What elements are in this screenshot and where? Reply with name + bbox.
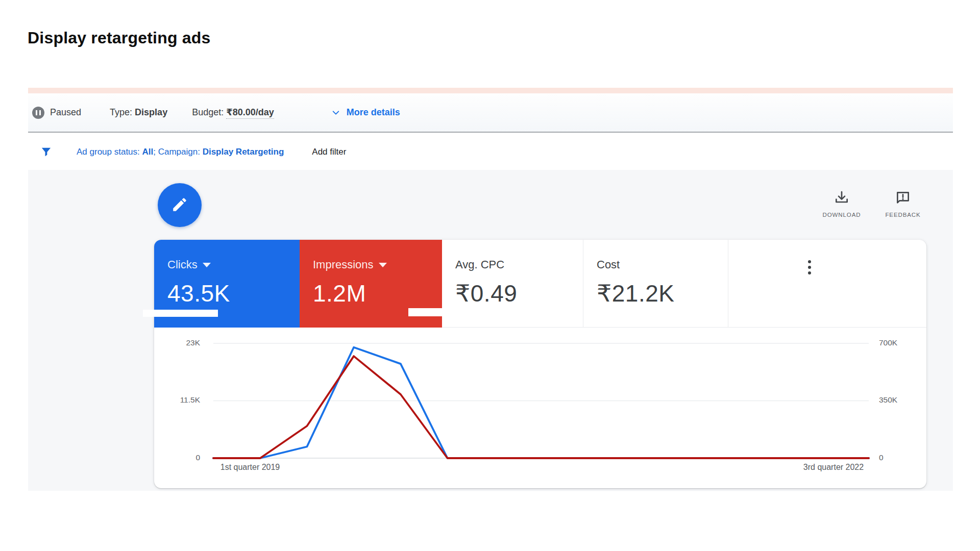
dropdown-caret-icon <box>203 263 211 267</box>
type-label: Type: <box>110 107 132 118</box>
feedback-icon <box>895 190 911 208</box>
campaign-status-label: Paused <box>50 107 81 118</box>
download-button[interactable]: DOWNLOAD <box>814 190 870 218</box>
type-value: Display <box>135 107 167 118</box>
campaign-type: Type: Display <box>110 107 167 118</box>
redaction-bar <box>143 310 218 317</box>
download-icon <box>834 190 850 208</box>
avg-cpc-value: ₹0.49 <box>455 280 583 307</box>
clicks-value: 43.5K <box>167 280 300 307</box>
applied-filter-chip[interactable]: Ad group status: All; Campaign: Display … <box>77 147 284 157</box>
edit-fab-button[interactable] <box>158 183 202 227</box>
dropdown-caret-icon <box>379 263 387 267</box>
left-axis-tick: 23K <box>154 338 200 347</box>
pause-icon <box>32 107 44 119</box>
more-options-button[interactable] <box>806 258 813 277</box>
filter-funnel-icon <box>40 146 52 158</box>
budget-value: ₹80.00/day <box>226 107 274 119</box>
performance-panel: Clicks 43.5K Impressions 1.2M Avg. CPC ₹… <box>154 240 926 488</box>
google-ads-overview-screen: Display retargeting ads Paused Type: Dis… <box>0 0 980 551</box>
metric-card-avg-cpc[interactable]: Avg. CPC ₹0.49 <box>442 240 583 328</box>
cost-value: ₹21.2K <box>597 280 728 307</box>
redaction-bar <box>408 308 442 316</box>
budget-label: Budget: <box>192 107 224 118</box>
page-title: Display retargeting ads <box>28 29 211 47</box>
campaign-budget[interactable]: Budget: ₹80.00/day <box>192 107 274 119</box>
metric-card-cost[interactable]: Cost ₹21.2K <box>583 240 728 328</box>
paused-notice-strip <box>28 88 953 93</box>
campaign-status-chip[interactable]: Paused <box>32 107 81 119</box>
x-axis-start-label: 1st quarter 2019 <box>194 463 306 472</box>
more-details-button[interactable]: More details <box>331 107 400 118</box>
impressions-value: 1.2M <box>313 280 442 307</box>
filter-value-status: All <box>142 147 154 157</box>
filter-bar: Ad group status: All; Campaign: Display … <box>28 134 953 170</box>
metric-scorecards: Clicks 43.5K Impressions 1.2M Avg. CPC ₹… <box>154 240 926 328</box>
left-axis-tick: 11.5K <box>154 395 200 405</box>
feedback-button[interactable]: FEEDBACK <box>875 190 931 218</box>
filter-value-campaign: Display Retargeting <box>203 147 284 157</box>
pencil-icon <box>171 196 188 215</box>
trend-chart: 23K 11.5K 0 700K 350K 0 1st quarter 2019… <box>154 328 926 488</box>
left-axis-tick: 0 <box>154 453 200 462</box>
metric-bar-spacer <box>728 240 926 328</box>
right-axis-tick: 350K <box>879 395 925 405</box>
x-axis-end-label: 3rd quarter 2022 <box>777 463 890 472</box>
right-axis-tick: 700K <box>879 338 925 347</box>
add-filter-button[interactable]: Add filter <box>312 147 346 157</box>
campaign-status-bar: Paused Type: Display Budget: ₹80.00/day … <box>28 93 953 133</box>
right-axis-tick: 0 <box>879 453 925 462</box>
chevron-down-icon <box>331 108 340 117</box>
